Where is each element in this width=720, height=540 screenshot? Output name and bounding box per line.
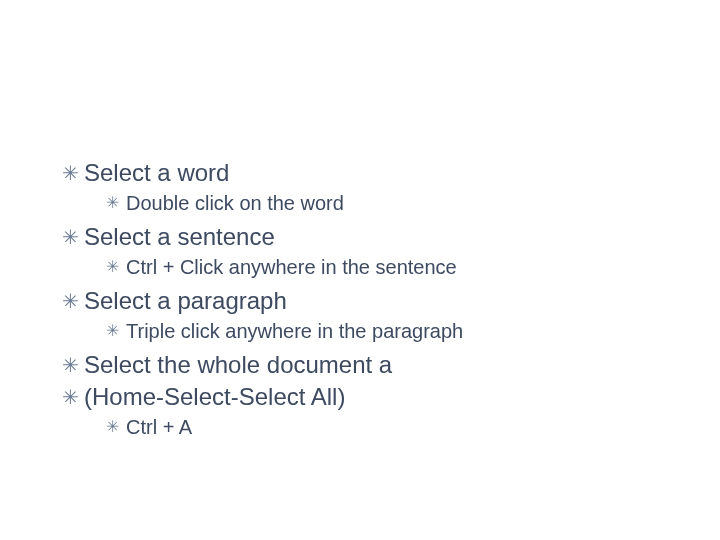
star-bullet-icon: ✳	[106, 414, 126, 440]
list-item-text: (Home-Select-Select All)	[84, 382, 345, 412]
list-subitem-text: Ctrl + Click anywhere in the sentence	[126, 254, 457, 280]
list-subitem: ✳ Triple click anywhere in the paragraph	[106, 318, 680, 344]
slide-title: Select and Highlight Text	[30, 28, 700, 76]
slide: Select and Highlight Text ✳ Select a wor…	[0, 0, 720, 540]
list-item-text: Select a word	[84, 158, 229, 188]
list-item: ✳ Select a sentence	[62, 222, 680, 252]
list-item: ✳ Select a word	[62, 158, 680, 188]
star-bullet-icon: ✳	[62, 222, 84, 252]
list-item: ✳ Select the whole document a	[62, 350, 680, 380]
list-subitem: ✳ Double click on the word	[106, 190, 680, 216]
list-subitem-text: Triple click anywhere in the paragraph	[126, 318, 463, 344]
star-bullet-icon: ✳	[62, 286, 84, 316]
star-bullet-icon: ✳	[106, 318, 126, 344]
list-subitem: ✳ Ctrl + A	[106, 414, 680, 440]
star-bullet-icon: ✳	[62, 158, 84, 188]
star-bullet-icon: ✳	[62, 382, 84, 412]
star-bullet-icon: ✳	[106, 190, 126, 216]
star-bullet-icon: ✳	[62, 350, 84, 380]
list-item-text: Select a paragraph	[84, 286, 287, 316]
slide-content: ✳ Select a word ✳ Double click on the wo…	[62, 158, 680, 446]
list-item-text: Select a sentence	[84, 222, 275, 252]
list-item-text: Select the whole document a	[84, 350, 392, 380]
list-subitem: ✳ Ctrl + Click anywhere in the sentence	[106, 254, 680, 280]
list-item: ✳ Select a paragraph	[62, 286, 680, 316]
star-bullet-icon: ✳	[106, 254, 126, 280]
list-item: ✳ (Home-Select-Select All)	[62, 382, 680, 412]
list-subitem-text: Ctrl + A	[126, 414, 192, 440]
list-subitem-text: Double click on the word	[126, 190, 344, 216]
